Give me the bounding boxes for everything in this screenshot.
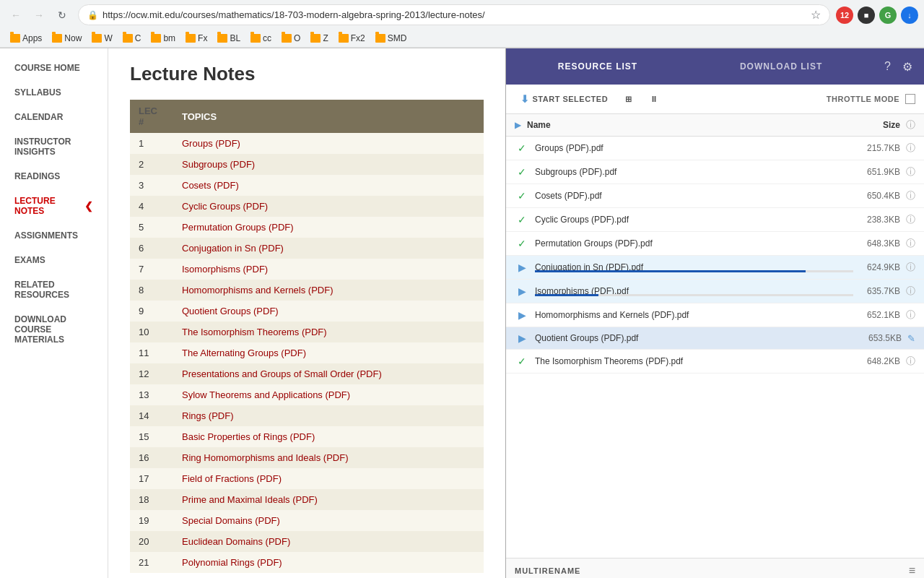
bookmark-z[interactable]: Z [306, 32, 332, 45]
bookmark-folder-icon [92, 34, 102, 43]
bookmark-bm[interactable]: bm [147, 32, 180, 45]
sidebar-item-course-home[interactable]: COURSE HOME [0, 56, 108, 80]
info-icon[interactable]: ⓘ [906, 237, 915, 250]
bookmark-w[interactable]: W [87, 32, 116, 45]
lec-topic: Euclidean Domains (PDF) [173, 531, 484, 552]
info-icon[interactable]: ⓘ [906, 355, 915, 368]
lec-number: 18 [130, 489, 173, 510]
table-row: 11 The Alternating Groups (PDF) [130, 342, 484, 363]
ext-icon-3[interactable]: G [879, 7, 897, 24]
pause-button[interactable]: ⏸ [644, 92, 664, 106]
lec-link[interactable]: Permutation Groups (PDF) [182, 222, 294, 233]
lec-link[interactable]: Quotient Groups (PDF) [182, 306, 279, 316]
info-icon[interactable]: ⓘ [906, 165, 915, 178]
sidebar-item-instructor-insights[interactable]: INSTRUCTOR INSIGHTS [0, 129, 108, 164]
lec-link[interactable]: Cyclic Groups (PDF) [182, 201, 268, 212]
reload-button[interactable]: ↻ [52, 5, 72, 25]
bookmark-apps[interactable]: Apps [6, 32, 46, 45]
file-item[interactable]: ✓ Permutation Groups (PDF).pdf 648.3KB ⓘ [506, 232, 924, 256]
sidebar-item-syllabus[interactable]: SYLLABUS [0, 80, 108, 105]
bookmark-bl[interactable]: BL [213, 32, 245, 45]
ext-icon-4[interactable]: ↓ [901, 7, 918, 24]
file-name: Cyclic Groups (PDF).pdf [535, 215, 853, 225]
bookmark-o[interactable]: O [277, 32, 305, 45]
info-icon[interactable]: ⓘ [906, 142, 915, 155]
back-button[interactable]: ← [6, 5, 26, 25]
lec-link[interactable]: Presentations and Groups of Small Order … [182, 368, 382, 379]
info-icon[interactable]: ⓘ [906, 213, 915, 226]
bookmark-star[interactable]: ☆ [811, 8, 821, 22]
ext-icon-1[interactable]: 12 [836, 7, 853, 24]
status-play-icon: ▶ [515, 309, 529, 321]
info-icon[interactable]: ⓘ [906, 309, 915, 322]
lec-link[interactable]: Groups (PDF) [182, 138, 240, 149]
lec-link[interactable]: The Alternating Groups (PDF) [182, 348, 306, 358]
info-icon[interactable]: ⓘ [906, 261, 915, 274]
file-info-icon[interactable]: ⓘ [906, 118, 915, 131]
bookmark-c[interactable]: C [118, 32, 146, 45]
bookmark-fx[interactable]: Fx [181, 32, 212, 45]
sidebar-item-lecture-notes[interactable]: LECTURE NOTES ❮ [0, 189, 108, 223]
sidebar-item-calendar[interactable]: CALENDAR [0, 105, 108, 129]
edit-icon[interactable]: ✎ [907, 333, 915, 344]
file-item[interactable]: ✓ Cyclic Groups (PDF).pdf 238.3KB ⓘ [506, 208, 924, 232]
file-item[interactable]: ✓ The Isomorphism Theorems (PDF).pdf 648… [506, 350, 924, 374]
bookmark-fx2[interactable]: Fx2 [334, 32, 370, 45]
file-item[interactable]: ✓ Cosets (PDF).pdf 650.4KB ⓘ [506, 184, 924, 208]
lec-number: 11 [130, 342, 173, 363]
lec-link[interactable]: Rings (PDF) [182, 410, 234, 421]
lec-number: 7 [130, 259, 173, 280]
play-header-icon[interactable]: ▶ [515, 120, 521, 130]
file-item[interactable]: ▶ Quotient Groups (PDF).pdf 653.5KB ✎ [506, 327, 924, 350]
select-all-button[interactable]: ⊞ [619, 92, 638, 107]
lec-link[interactable]: Polynomial Rings (PDF) [182, 557, 282, 568]
table-row: 18 Prime and Maximal Ideals (PDF) [130, 489, 484, 510]
file-item[interactable]: ▶ Conjugation in Sn (PDF).pdf 624.9KB ⓘ [506, 256, 924, 280]
sidebar-item-assignments[interactable]: ASSIGNMENTS [0, 223, 108, 248]
lec-link[interactable]: Cosets (PDF) [182, 180, 239, 191]
lec-link[interactable]: Ring Homomorphisms and Ideals (PDF) [182, 452, 348, 463]
throttle-checkbox[interactable] [905, 94, 915, 104]
address-bar[interactable]: 🔒 https://ocw.mit.edu/courses/mathematic… [78, 4, 830, 25]
forward-button[interactable]: → [29, 5, 49, 25]
sort-icon[interactable]: ≡ [909, 564, 915, 577]
lec-link[interactable]: Sylow Theorems and Applications (PDF) [182, 389, 350, 400]
lec-link[interactable]: Prime and Maximal Ideals (PDF) [182, 494, 318, 505]
file-name: Homomorphisms and Kernels (PDF).pdf [535, 310, 853, 320]
settings-icon[interactable]: ⚙ [899, 57, 915, 77]
tab-resource-list[interactable]: RESOURCE LIST [506, 48, 689, 85]
help-icon[interactable]: ? [881, 57, 894, 77]
lec-link[interactable]: Conjugation in Sn (PDF) [182, 243, 284, 254]
throttle-label: THROTTLE MODE [827, 95, 899, 103]
lec-link[interactable]: Euclidean Domains (PDF) [182, 536, 290, 547]
lec-link[interactable]: Subgroups (PDF) [182, 159, 255, 170]
file-item[interactable]: ▶ Homomorphisms and Kernels (PDF).pdf 65… [506, 303, 924, 327]
sidebar-item-related-resources[interactable]: RELATED RESOURCES [0, 272, 108, 307]
lec-link[interactable]: Field of Fractions (PDF) [182, 473, 282, 484]
file-item[interactable]: ▶ Isomorphisms (PDF).pdf 635.7KB ⓘ [506, 280, 924, 303]
bookmark-cc[interactable]: cc [246, 32, 276, 45]
browser-extensions: 12 ■ G ↓ [836, 7, 918, 24]
file-item[interactable]: ✓ Groups (PDF).pdf 215.7KB ⓘ [506, 137, 924, 160]
file-item-inner: The Isomorphism Theorems (PDF).pdf [535, 356, 853, 366]
panel-toolbar: ⬇ START SELECTED ⊞ ⏸ THROTTLE MODE [506, 85, 924, 114]
lec-link[interactable]: Special Domains (PDF) [182, 515, 280, 526]
sidebar-item-readings[interactable]: READINGS [0, 164, 108, 189]
lec-number: 10 [130, 322, 173, 342]
tab-download-list[interactable]: DOWNLOAD LIST [689, 48, 873, 85]
start-selected-button[interactable]: ⬇ START SELECTED [515, 90, 614, 108]
sidebar-item-exams[interactable]: EXAMS [0, 248, 108, 272]
lec-link[interactable]: Isomorphisms (PDF) [182, 264, 268, 275]
info-icon[interactable]: ⓘ [906, 285, 915, 298]
bookmark-smd[interactable]: SMD [371, 32, 411, 45]
table-row: 4 Cyclic Groups (PDF) [130, 196, 484, 217]
lec-link[interactable]: Homomorphisms and Kernels (PDF) [182, 285, 334, 296]
file-item[interactable]: ✓ Subgroups (PDF).pdf 651.9KB ⓘ [506, 160, 924, 184]
table-row: 6 Conjugation in Sn (PDF) [130, 238, 484, 259]
lec-link[interactable]: The Isomorphism Theorems (PDF) [182, 327, 327, 337]
bookmark-now[interactable]: Now [48, 32, 86, 45]
sidebar-item-download-course-materials[interactable]: DOWNLOAD COURSE MATERIALS [0, 307, 108, 352]
info-icon[interactable]: ⓘ [906, 189, 915, 202]
lec-link[interactable]: Basic Properties of Rings (PDF) [182, 431, 315, 442]
ext-icon-2[interactable]: ■ [858, 7, 875, 24]
